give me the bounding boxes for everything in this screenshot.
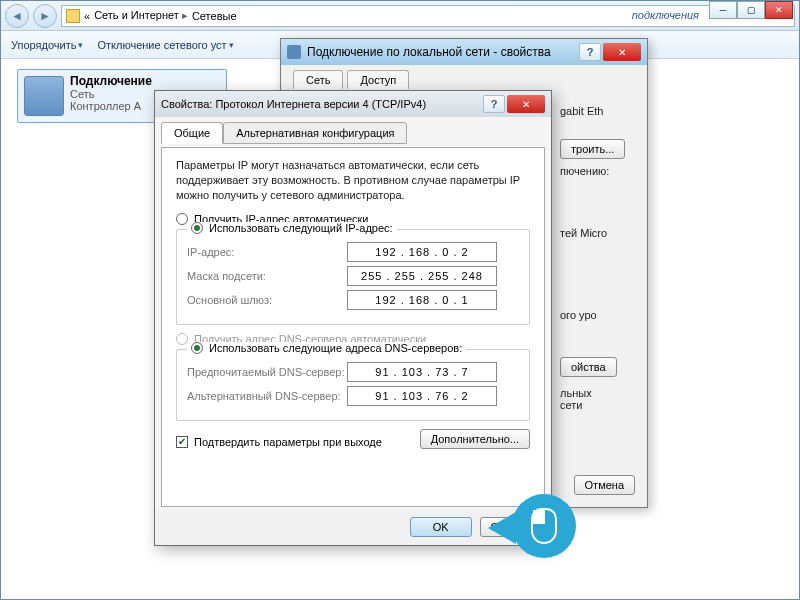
tab-alternate-config[interactable]: Альтернативная конфигурация	[223, 122, 407, 144]
nav-forward-button[interactable]: ►	[33, 4, 57, 28]
radio-ip-manual-row[interactable]: Использовать следующий IP-адрес:	[187, 222, 397, 234]
advanced-button[interactable]: Дополнительно...	[420, 429, 530, 449]
gateway-label: Основной шлюз:	[187, 294, 347, 306]
parent-right-strip: gabit Eth троить... пючению: тей Micro о…	[560, 99, 635, 411]
dns-manual-group: Использовать следующие адреса DNS-сервер…	[176, 349, 530, 421]
alternate-dns-input[interactable]: 91 . 103 . 76 . 2	[347, 386, 497, 406]
explorer-nav-bar: ◄ ► « Сеть и Интернет Сетевые подключени…	[1, 1, 799, 31]
subnet-mask-label: Маска подсети:	[187, 270, 347, 282]
tab-general[interactable]: Общие	[161, 122, 223, 144]
radio-dns-manual-label: Использовать следующие адреса DNS-сервер…	[209, 342, 462, 354]
configure-button[interactable]: троить...	[560, 139, 625, 159]
radio-dns-manual[interactable]	[191, 342, 203, 354]
system-icon	[287, 45, 301, 59]
toolbar-disable-device[interactable]: Отключение сетевого уст	[97, 39, 233, 51]
close-button[interactable]	[765, 1, 793, 19]
ok-button[interactable]: OK	[410, 517, 472, 537]
radio-dns-manual-row[interactable]: Использовать следующие адреса DNS-сервер…	[187, 342, 466, 354]
cancel-button[interactable]: Отмена	[480, 517, 541, 537]
connection-properties-title: Подключение по локальной сети - свойства	[307, 45, 551, 59]
validate-checkbox-row[interactable]: ✔ Подтвердить параметры при выходе	[176, 436, 382, 448]
close-button[interactable]: ✕	[507, 95, 545, 113]
cancel-button[interactable]: Отмена	[574, 475, 635, 495]
properties-button[interactable]: ойства	[560, 357, 617, 377]
ipv4-tabs: Общие Альтернативная конфигурация	[155, 117, 551, 143]
tab-network[interactable]: Сеть	[293, 70, 343, 89]
toolbar-organize[interactable]: Упорядочить	[11, 39, 83, 51]
ip-manual-group: Использовать следующий IP-адрес: IP-адре…	[176, 229, 530, 325]
validate-checkbox-label: Подтвердить параметры при выходе	[194, 436, 382, 448]
parent-button-row: Отмена	[574, 475, 635, 495]
ipv4-titlebar: Свойства: Протокол Интернета версии 4 (T…	[155, 91, 551, 117]
maximize-button[interactable]	[737, 1, 765, 19]
help-button[interactable]: ?	[483, 95, 505, 113]
explorer-window-controls	[709, 1, 793, 19]
ip-address-input[interactable]: 192 . 168 . 0 . 2	[347, 242, 497, 262]
breadcrumb-2[interactable]: Сетевые	[192, 10, 237, 22]
alternate-dns-label: Альтернативный DNS-сервер:	[187, 390, 347, 402]
preferred-dns-label: Предпочитаемый DNS-сервер:	[187, 366, 347, 378]
ipv4-button-row: OK Отмена	[155, 509, 551, 545]
close-button[interactable]: ✕	[603, 43, 641, 61]
network-adapter-icon	[24, 76, 64, 116]
ipv4-body: Общие Альтернативная конфигурация Параме…	[155, 117, 551, 545]
connection-text: Подключение Сеть Контроллер A	[70, 74, 152, 118]
breadcrumb-hint: подключения	[632, 9, 699, 21]
tab-access[interactable]: Доступ	[347, 70, 409, 89]
ipv4-title: Свойства: Протокол Интернета версии 4 (T…	[161, 98, 426, 110]
folder-icon	[66, 9, 80, 23]
radio-ip-manual-label: Использовать следующий IP-адрес:	[209, 222, 393, 234]
gateway-input[interactable]: 192 . 168 . 0 . 1	[347, 290, 497, 310]
preferred-dns-input[interactable]: 91 . 103 . 73 . 7	[347, 362, 497, 382]
ipv4-general-panel: Параметры IP могут назначаться автоматич…	[161, 147, 545, 507]
breadcrumb-1[interactable]: Сеть и Интернет	[94, 9, 188, 22]
ipv4-properties-dialog: Свойства: Протокол Интернета версии 4 (T…	[154, 90, 552, 546]
parent-tabs: Сеть Доступ	[281, 65, 647, 89]
connection-title: Подключение	[70, 74, 152, 88]
nav-back-button[interactable]: ◄	[5, 4, 29, 28]
subnet-mask-input[interactable]: 255 . 255 . 255 . 248	[347, 266, 497, 286]
validate-checkbox[interactable]: ✔	[176, 436, 188, 448]
help-button[interactable]: ?	[579, 43, 601, 61]
radio-ip-manual[interactable]	[191, 222, 203, 234]
ip-address-label: IP-адрес:	[187, 246, 347, 258]
minimize-button[interactable]	[709, 1, 737, 19]
info-text: Параметры IP могут назначаться автоматич…	[176, 158, 530, 203]
connection-properties-titlebar: Подключение по локальной сети - свойства…	[281, 39, 647, 65]
connection-status: Сеть	[70, 88, 152, 100]
connection-adapter: Контроллер A	[70, 100, 152, 112]
